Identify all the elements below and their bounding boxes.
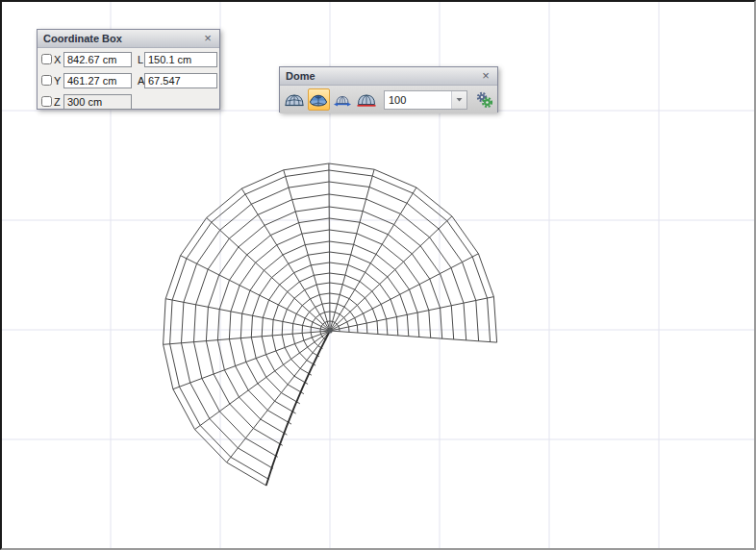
x-label: X (54, 52, 61, 67)
coordinate-box-titlebar[interactable]: Coordinate Box × (38, 30, 219, 48)
close-icon[interactable]: × (201, 32, 214, 45)
y-checkbox[interactable] (41, 75, 52, 86)
dome-toolbar-title: Dome (286, 67, 479, 85)
coordinate-box-title: Coordinate Box (43, 30, 201, 47)
dome-ribbed-button[interactable] (284, 88, 306, 111)
dome-3d-blue-icon (309, 93, 328, 107)
coordinate-box-panel: Coordinate Box × X L Y A Z (37, 29, 220, 110)
x-value-field[interactable] (63, 52, 132, 67)
close-icon[interactable]: × (479, 69, 492, 83)
l-value-field[interactable] (144, 52, 217, 67)
z-value-field[interactable] (63, 94, 132, 110)
coordinate-box-body: X L Y A Z (38, 48, 219, 110)
dome-toolbar-panel: Dome × (279, 66, 498, 112)
dome-3d-blue-button[interactable] (308, 88, 330, 111)
dome-translate-icon (333, 93, 352, 107)
chevron-down-icon (456, 97, 463, 102)
dome-red-base-icon (357, 93, 376, 107)
dome-count-combobox (384, 90, 467, 110)
z-checkbox[interactable] (41, 96, 52, 107)
dome-translate-button[interactable] (332, 88, 354, 111)
y-label: Y (54, 73, 61, 88)
dome-ribbed-icon (285, 93, 304, 107)
dome-toolbar-body (280, 86, 497, 113)
x-checkbox[interactable] (41, 54, 52, 64)
combo-dropdown-button[interactable] (451, 91, 466, 109)
l-label: L (138, 52, 143, 67)
y-value-field[interactable] (63, 73, 132, 88)
app-window: Coordinate Box × X L Y A Z Dome × (0, 0, 756, 550)
gears-icon (475, 91, 493, 109)
dome-red-base-button[interactable] (355, 88, 377, 111)
dome-count-input[interactable] (385, 91, 451, 109)
z-label: Z (54, 94, 61, 110)
dome-settings-button[interactable] (474, 88, 494, 111)
a-value-field[interactable] (144, 73, 217, 88)
dome-toolbar-titlebar[interactable]: Dome × (280, 67, 497, 86)
